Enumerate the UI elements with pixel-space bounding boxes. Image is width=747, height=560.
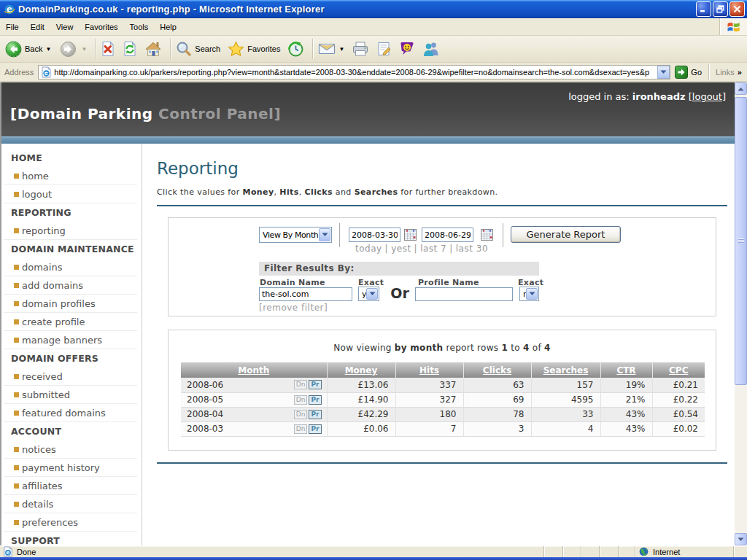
month-value: 2008-06 — [187, 380, 223, 390]
messenger-button[interactable] — [420, 39, 442, 58]
domain-name-input[interactable] — [259, 287, 352, 301]
logout-link[interactable]: logout — [692, 91, 722, 102]
cell-money[interactable]: £13.06 — [327, 378, 395, 392]
column-header-cpc[interactable]: CPC — [652, 362, 705, 378]
scrollbar-thumb[interactable] — [735, 97, 747, 385]
column-header-money[interactable]: Money — [327, 362, 395, 378]
cell-searches[interactable]: 33 — [531, 407, 600, 421]
sidebar-item-reporting[interactable]: reporting — [4, 222, 137, 240]
favorites-button[interactable]: Favorites — [225, 39, 282, 58]
cell-clicks[interactable]: 78 — [463, 407, 531, 421]
stop-button[interactable] — [98, 39, 117, 58]
sidebar-item-manage-banners[interactable]: manage banners — [4, 331, 137, 349]
divider-bottom — [157, 462, 727, 464]
dn-badge[interactable]: Dn — [294, 424, 308, 434]
start-date-input[interactable] — [349, 228, 400, 242]
sidebar-item-preferences[interactable]: preferences — [4, 513, 137, 532]
sidebar-item-notices[interactable]: notices — [4, 440, 137, 459]
menu-favorites[interactable]: Favorites — [79, 18, 123, 35]
column-header-month[interactable]: Month — [181, 362, 327, 378]
sidebar-item-affiliates[interactable]: affiliates — [4, 477, 137, 495]
sidebar-item-logout[interactable]: logout — [4, 185, 137, 203]
quick-link-today[interactable]: today — [355, 244, 382, 254]
sidebar-item-payment-history[interactable]: payment history — [4, 459, 137, 477]
menu-file[interactable]: File — [0, 18, 25, 35]
sidebar-item-add-domains[interactable]: add domains — [4, 276, 137, 295]
cell-clicks[interactable]: 63 — [463, 378, 531, 392]
refresh-button[interactable] — [120, 39, 139, 58]
cell-searches[interactable]: 157 — [531, 378, 600, 392]
column-header-clicks[interactable]: Clicks — [463, 362, 531, 378]
cell-money[interactable]: £0.06 — [327, 421, 395, 436]
cell-hits[interactable]: 7 — [395, 421, 463, 436]
dn-badge[interactable]: Dn — [294, 410, 308, 419]
sidebar-item-domain-profiles[interactable]: domain profiles — [4, 295, 137, 313]
scroll-down-button[interactable] — [735, 533, 747, 545]
sidebar-item-details[interactable]: details — [4, 495, 137, 513]
cell-hits[interactable]: 337 — [395, 378, 463, 392]
vertical-scrollbar[interactable] — [735, 82, 747, 545]
cell-searches[interactable]: 4 — [531, 421, 600, 436]
end-date-calendar-button[interactable] — [481, 229, 493, 241]
windows-logo-box — [719, 18, 747, 35]
cell-hits[interactable]: 327 — [395, 392, 463, 407]
quick-link-last-7[interactable]: last 7 — [420, 244, 446, 254]
address-input[interactable]: http://domainparking.co.uk/parkers/repor… — [38, 65, 670, 79]
cell-clicks[interactable]: 3 — [463, 421, 531, 436]
cell-money[interactable]: £14.90 — [327, 392, 395, 407]
cell-money[interactable]: £42.29 — [327, 407, 395, 421]
start-date-calendar-button[interactable] — [404, 229, 417, 241]
history-button[interactable] — [285, 39, 306, 59]
menu-edit[interactable]: Edit — [25, 18, 50, 35]
restore-button[interactable] — [713, 1, 728, 17]
profile-exact-select[interactable]: no — [519, 287, 539, 301]
links-chevron-icon[interactable]: » — [738, 68, 743, 77]
mail-dropdown-caret[interactable]: ▼ — [338, 46, 344, 52]
column-header-hits[interactable]: Hits — [395, 362, 463, 378]
pr-badge[interactable]: Pr — [309, 395, 321, 405]
cell-month: 2008-06DnPr — [181, 378, 327, 392]
cell-hits[interactable]: 180 — [395, 407, 463, 421]
cell-searches[interactable]: 4595 — [531, 392, 600, 407]
domain-exact-select[interactable]: yes — [358, 287, 379, 301]
sidebar-item-home[interactable]: home — [4, 167, 137, 185]
cell-clicks[interactable]: 69 — [463, 392, 531, 407]
end-date-input[interactable] — [422, 228, 473, 242]
sidebar-item-submitted[interactable]: submitted — [4, 386, 137, 404]
quick-link-yest[interactable]: yest — [391, 244, 411, 254]
column-header-ctr[interactable]: CTR — [600, 362, 652, 378]
address-dropdown-button[interactable] — [657, 66, 670, 79]
mail-button[interactable]: ▼ — [316, 41, 347, 57]
menu-tools[interactable]: Tools — [124, 18, 155, 35]
sidebar-item-create-profile[interactable]: create profile — [4, 313, 137, 331]
minimize-button[interactable] — [696, 1, 711, 17]
generate-report-button[interactable]: Generate Report — [511, 226, 621, 243]
menu-help[interactable]: Help — [154, 18, 182, 35]
menu-view[interactable]: View — [50, 18, 80, 35]
yahoo-messenger-button[interactable] — [397, 39, 417, 58]
scroll-up-button[interactable] — [735, 82, 747, 95]
back-dropdown-caret[interactable]: ▼ — [45, 46, 51, 52]
view-by-select[interactable]: View By Month — [259, 227, 332, 243]
dn-badge[interactable]: Dn — [294, 395, 308, 405]
search-button[interactable]: Search — [174, 39, 222, 58]
pr-badge[interactable]: Pr — [309, 424, 321, 434]
remove-filter-link[interactable]: [remove filter] — [259, 303, 328, 313]
column-header-searches[interactable]: Searches — [531, 362, 600, 378]
forward-button[interactable]: ▼ — [58, 39, 89, 59]
sidebar-item-received[interactable]: received — [4, 368, 137, 386]
close-button[interactable] — [729, 1, 745, 17]
sidebar-item-domains[interactable]: domains — [4, 258, 137, 276]
pr-badge[interactable]: Pr — [309, 380, 321, 389]
home-button[interactable] — [142, 39, 164, 58]
back-button[interactable]: Back ▼ — [3, 39, 53, 59]
sidebar-item-featured-domains[interactable]: featured domains — [4, 404, 137, 422]
pr-badge[interactable]: Pr — [309, 410, 321, 419]
edit-button[interactable] — [374, 39, 394, 58]
print-button[interactable] — [349, 39, 371, 58]
dn-badge[interactable]: Dn — [294, 380, 308, 389]
profile-name-input[interactable] — [415, 287, 513, 301]
quick-link-last-30[interactable]: last 30 — [456, 244, 488, 254]
links-label[interactable]: Links — [713, 68, 738, 77]
go-button[interactable]: Go — [675, 66, 702, 79]
